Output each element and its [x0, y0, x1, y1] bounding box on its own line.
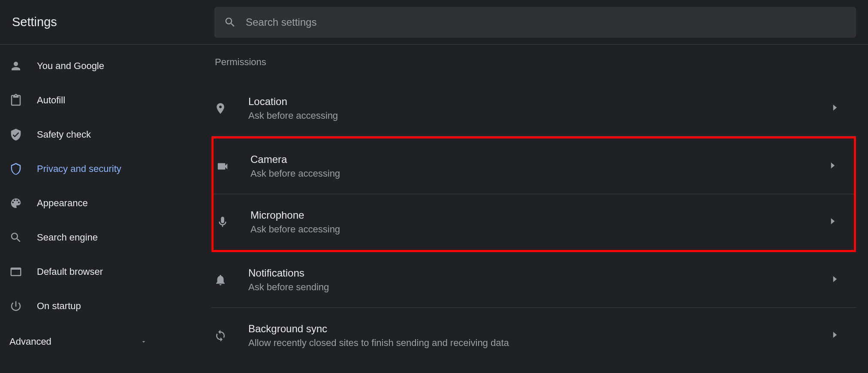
sidebar-item-label: Default browser — [37, 266, 103, 277]
chevron-right-icon — [833, 105, 856, 112]
main-content: Permissions Location Ask before accessin… — [199, 45, 868, 373]
sidebar-item-label: Search engine — [37, 232, 98, 243]
permission-item-camera[interactable]: Camera Ask before accessing — [214, 138, 854, 194]
sidebar-item-you-and-google[interactable]: You and Google — [0, 49, 199, 83]
permission-item-location[interactable]: Location Ask before accessing — [211, 81, 856, 136]
bell-icon — [214, 274, 248, 286]
page-title: Settings — [0, 15, 214, 29]
sidebar-item-appearance[interactable]: Appearance — [0, 186, 199, 220]
permission-item-background-sync[interactable]: Background sync Allow recently closed si… — [211, 308, 856, 364]
permission-text: Camera Ask before accessing — [250, 153, 831, 179]
permission-text: Notifications Ask before sending — [248, 267, 833, 293]
sidebar-item-label: Appearance — [37, 198, 88, 209]
chevron-right-icon — [831, 162, 854, 170]
microphone-icon — [216, 216, 250, 229]
permission-title: Microphone — [250, 209, 831, 221]
chevron-right-icon — [833, 276, 856, 284]
permissions-list: Location Ask before accessing Camera Ask… — [211, 81, 856, 364]
permission-title: Location — [248, 96, 833, 108]
sidebar-item-label: You and Google — [37, 60, 104, 72]
sync-icon — [214, 329, 248, 342]
chevron-down-icon — [140, 338, 147, 345]
clipboard-icon — [9, 94, 37, 107]
permission-item-microphone[interactable]: Microphone Ask before accessing — [214, 194, 854, 250]
permission-text: Microphone Ask before accessing — [250, 209, 831, 235]
permission-text: Location Ask before accessing — [248, 96, 833, 121]
sidebar-item-label: On startup — [37, 301, 81, 312]
permission-text: Background sync Allow recently closed si… — [248, 323, 833, 349]
search-icon — [9, 231, 37, 244]
section-title: Permissions — [214, 57, 856, 68]
sidebar-item-autofill[interactable]: Autofill — [0, 83, 199, 117]
permission-subtitle: Ask before sending — [248, 282, 833, 293]
sidebar-item-label: Autofill — [37, 95, 65, 106]
sidebar-item-privacy-security[interactable]: Privacy and security — [0, 152, 199, 186]
permission-item-notifications[interactable]: Notifications Ask before sending — [211, 252, 856, 308]
sidebar-item-label: Privacy and security — [37, 163, 121, 174]
permission-title: Background sync — [248, 323, 833, 335]
sidebar-item-on-startup[interactable]: On startup — [0, 289, 199, 323]
sidebar: You and Google Autofill Safety check Pri… — [0, 45, 199, 373]
power-icon — [9, 300, 37, 313]
permission-subtitle: Ask before accessing — [250, 224, 831, 235]
search-container[interactable] — [214, 7, 856, 38]
palette-icon — [9, 197, 37, 210]
content-wrapper: You and Google Autofill Safety check Pri… — [0, 45, 868, 373]
sidebar-item-search-engine[interactable]: Search engine — [0, 220, 199, 255]
header: Settings — [0, 0, 868, 45]
permission-subtitle: Ask before accessing — [248, 110, 833, 121]
shield-icon — [9, 162, 37, 175]
camera-icon — [216, 160, 250, 173]
search-input[interactable] — [246, 16, 847, 28]
location-icon — [214, 102, 248, 115]
highlight-annotation: Camera Ask before accessing Microphone A… — [211, 136, 856, 252]
sidebar-advanced[interactable]: Advanced — [0, 326, 199, 358]
chevron-right-icon — [831, 218, 854, 226]
sidebar-item-safety-check[interactable]: Safety check — [0, 117, 199, 152]
sidebar-item-default-browser[interactable]: Default browser — [0, 255, 199, 289]
permission-subtitle: Ask before accessing — [250, 168, 831, 179]
advanced-label: Advanced — [9, 336, 51, 347]
chevron-right-icon — [833, 332, 856, 340]
search-icon — [224, 16, 236, 29]
sidebar-item-label: Safety check — [37, 129, 91, 140]
browser-icon — [9, 265, 37, 278]
permission-title: Camera — [250, 153, 831, 165]
person-icon — [9, 60, 37, 72]
permission-title: Notifications — [248, 267, 833, 279]
permission-subtitle: Allow recently closed sites to finish se… — [248, 337, 833, 349]
shield-check-icon — [9, 128, 37, 141]
